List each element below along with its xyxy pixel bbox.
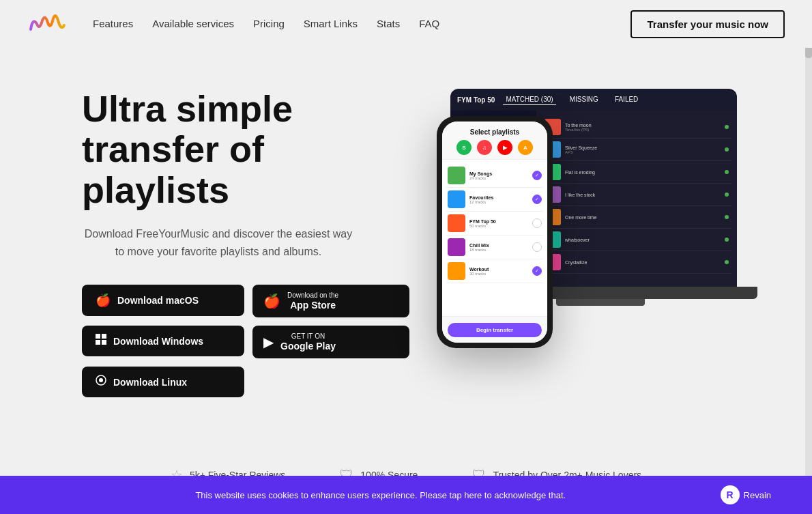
laptop-playlist-title: FYM Top 50 [457, 96, 495, 104]
phone-mockup: Select playlists S ♫ ▶ A My Songs 24 tra… [437, 116, 553, 348]
download-windows-button[interactable]: Download Windows [82, 326, 244, 356]
table-row: To the moon Tova/Inc (P5) [542, 116, 731, 139]
nav-item-smart-links[interactable]: Smart Links [304, 18, 358, 30]
table-row: Silver Squeeze AFS [542, 139, 731, 161]
svg-rect-3 [102, 340, 106, 345]
download-grid: 🍎 Download macOS 🍎 Download on the App S… [82, 285, 409, 397]
list-item: My Songs 24 tracks ✓ [446, 164, 543, 188]
table-row: whatsoever [542, 229, 731, 251]
spotify-icon: S [456, 140, 472, 155]
playlist-thumb [448, 190, 465, 208]
transfer-cta-button[interactable]: Transfer your music now [630, 10, 785, 38]
google-play-icon: ▶ [263, 334, 274, 350]
google-play-button[interactable]: ▶ GET IT ON Google Play [252, 326, 409, 358]
list-item: Chill Mix 18 tracks [446, 235, 543, 259]
playlist-thumb [448, 262, 465, 280]
playlist-thumb [448, 238, 465, 256]
nav-item-pricing[interactable]: Pricing [253, 18, 285, 30]
list-item: Workout 30 tracks ✓ [446, 259, 543, 283]
app-store-icon: 🍎 [263, 293, 280, 309]
download-macos-button[interactable]: 🍎 Download macOS [82, 285, 244, 316]
screen-tabs: MATCHED (30) MISSING FAILED [503, 94, 641, 105]
list-item: FYM Top 50 50 tracks [446, 212, 543, 235]
track-status-icon [725, 238, 729, 242]
apple-icon: 🍎 [96, 293, 111, 308]
laptop-stand [556, 299, 645, 306]
amazon-icon: A [518, 140, 533, 155]
playlist-list: My Songs 24 tracks ✓ Favourites 12 track… [442, 160, 547, 316]
table-row: I like the stock [542, 184, 731, 206]
playlist-thumb [448, 167, 465, 184]
playlist-checkbox[interactable]: ✓ [532, 266, 542, 276]
service-icons: S ♫ ▶ A [449, 140, 540, 155]
svg-rect-1 [102, 334, 106, 339]
phone-header-title: Select playlists [449, 128, 540, 136]
hero-subtitle: Download FreeYourMusic and discover the … [82, 225, 355, 260]
nav-item-faq[interactable]: FAQ [419, 18, 439, 30]
track-status-icon [725, 170, 729, 174]
table-row: One more time [542, 206, 731, 229]
cookie-banner[interactable]: This website uses cookies to enhance use… [0, 476, 812, 514]
track-status-icon [725, 215, 729, 219]
svg-rect-2 [96, 340, 100, 345]
playlist-thumb [448, 214, 465, 232]
track-status-icon [725, 147, 729, 152]
app-store-button[interactable]: 🍎 Download on the App Store [252, 285, 409, 317]
svg-rect-0 [96, 334, 100, 339]
hero-right: Select playlists S ♫ ▶ A My Songs 24 tra… [430, 75, 771, 416]
table-row: Crystallize [542, 251, 731, 274]
hero-left: Ultra simple transfer of playlists Downl… [82, 75, 409, 397]
phone-header: Select playlists S ♫ ▶ A [442, 122, 547, 160]
apple-music-icon: ♫ [477, 140, 492, 155]
hero-section: Ultra simple transfer of playlists Downl… [0, 48, 812, 444]
linux-icon [96, 375, 106, 389]
phone-bottom: Begin transfer [442, 316, 547, 343]
navbar: Features Available services Pricing Smar… [0, 0, 812, 48]
track-status-icon [725, 192, 729, 197]
navbar-left: Features Available services Pricing Smar… [27, 10, 439, 38]
svg-point-5 [99, 378, 103, 382]
tab-failed[interactable]: FAILED [612, 94, 641, 105]
nav-item-services[interactable]: Available services [152, 18, 234, 30]
playlist-checkbox[interactable]: ✓ [532, 195, 542, 204]
nav-item-stats[interactable]: Stats [377, 18, 400, 30]
logo[interactable] [27, 10, 68, 38]
begin-transfer-button[interactable]: Begin transfer [448, 323, 542, 337]
youtube-icon: ▶ [497, 140, 512, 155]
laptop-screen-header: FYM Top 50 MATCHED (30) MISSING FAILED [450, 89, 737, 111]
cookie-message: This website uses cookies to enhance use… [41, 490, 721, 500]
playlist-checkbox[interactable] [532, 242, 542, 252]
nav-links: Features Available services Pricing Smar… [93, 18, 439, 30]
tab-missing[interactable]: MISSING [567, 94, 601, 105]
phone-screen: Select playlists S ♫ ▶ A My Songs 24 tra… [442, 122, 547, 343]
table-row: Flat is eroding [542, 161, 731, 184]
playlist-checkbox[interactable]: ✓ [532, 171, 542, 180]
track-status-icon [725, 125, 729, 129]
list-item: Favourites 12 tracks ✓ [446, 188, 543, 212]
download-linux-button[interactable]: Download Linux [82, 367, 244, 397]
nav-item-features[interactable]: Features [93, 18, 133, 30]
revain-label: Revain [744, 490, 771, 500]
track-status-icon [725, 260, 729, 264]
playlist-checkbox[interactable] [532, 218, 542, 228]
revain-badge: R Revain [721, 485, 771, 504]
laptop-main: To the moon Tova/Inc (P5) Silver Squeeze… [536, 111, 737, 287]
revain-icon: R [721, 485, 740, 504]
hero-title: Ultra simple transfer of playlists [82, 89, 409, 210]
tab-matched[interactable]: MATCHED (30) [503, 94, 555, 105]
windows-icon [96, 334, 106, 348]
